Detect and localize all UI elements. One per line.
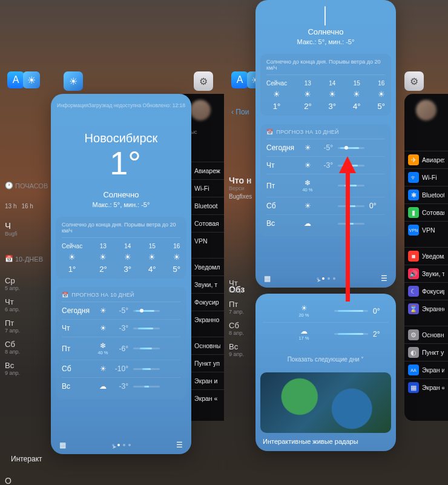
back-label[interactable]: ‹ Пои [231,108,249,116]
day-row[interactable]: Чт-3° [62,320,180,337]
weather-icon-small[interactable]: ☀ [23,71,40,88]
hour-col: 132° [304,80,311,111]
settings-row-label: Звуки, т [194,281,217,288]
settings-row-label: Экранно [422,305,444,312]
settings-row-icon: ✱ [408,190,419,200]
list-icon[interactable] [176,441,183,449]
settings-row[interactable]: ✱Bluetoot [404,186,448,203]
settings-row[interactable]: AAЭкран и [404,361,448,378]
condition-text: Солнечно [51,190,191,199]
hour-col: 143° [329,80,336,111]
settings-row-label: Экран и [194,377,217,384]
day-row[interactable]: Вс [266,215,385,232]
hour-col: 143° [124,243,131,274]
day-row[interactable]: Пт40 % [266,174,385,197]
settings-row-label: Bluetoot [422,191,444,199]
page-dots[interactable]: ➤ [112,444,131,446]
bg-day: Ср5 апр. [5,276,47,291]
hour-col: 165° [378,80,385,111]
weather-card-scrolled[interactable]: │ Солнечно Макс.: 5°, мин.: -5° Солнечно… [255,0,396,288]
settings-row-label: Пункт уп [194,360,220,367]
settings-icon[interactable]: ⚙ [194,71,213,91]
settings-row-icon: ⚙ [408,329,419,340]
settings-row[interactable]: 🔊Звуки, т [404,265,448,282]
settings-row[interactable]: ■Уведомл [404,247,448,265]
day-row[interactable]: Сб0° [266,197,385,215]
day-row[interactable]: Пт40 %-6° [62,337,180,360]
settings-row-label: Авиареж [422,156,444,163]
calendar-icon [266,129,273,135]
weather-icon[interactable]: ☀ [64,71,83,91]
hour-col: Сейчас1° [266,80,287,111]
settings-row-label: Фокусир [422,288,444,295]
hour-col: Сейчас1° [62,243,82,274]
bg-day: Сб8 апр. [5,340,47,355]
settings-row-icon: AA [408,365,419,375]
settings-row[interactable]: ⌛Экранно [404,300,448,317]
settings-row-label: Звуки, т [422,270,444,277]
settings-row-label: VPN [422,226,435,234]
avatar [190,100,211,120]
settings-row-label: Сотовая [422,209,444,216]
map-icon[interactable] [59,441,66,449]
weather-card-bottom[interactable]: 20 %0°17 %2° Показать следующие дни ˅ Ин… [255,294,396,451]
show-more-days[interactable]: Показать следующие дни ˅ [255,351,396,368]
tenday-panel[interactable]: ПРОГНОЗ НА 10 ДНЕЙ Сегодня-5°Чт-3°Пт40 %… [56,287,186,400]
settings-row-icon: ✈ [408,154,419,165]
hour-col: 132° [99,243,107,274]
settings-row[interactable]: ☾Фокусир [404,282,448,300]
settings-row-label: Экран « [422,384,444,391]
list-icon[interactable] [381,274,387,283]
appstore-icon[interactable]: A [7,71,24,88]
settings-row[interactable]: ⚙Основны [404,326,448,343]
hilo-text: Макс.: 5°, мин.: -5° [255,38,396,45]
city-name: Новосибирск [51,131,191,145]
settings-icon[interactable]: ⚙ [404,71,424,91]
hourly-desc: Солнечно до конца дня. Порывы ветра до 2… [62,222,180,238]
appstore-icon[interactable]: A [231,71,248,88]
settings-row-label: Уведомл [422,252,444,260]
settings-row-icon: 🔊 [408,268,419,279]
current-temp: 1° [51,147,191,179]
hourly-panel[interactable]: Солнечно до конца дня. Порывы ветра до 2… [260,54,391,116]
screenshot-right: A ☀ ⚙ ‹ Пои Что н Верси Bugfixes Обз ✈Ав… [224,0,448,485]
hour-col: 165° [173,243,180,274]
settings-row-label: Экран и [422,366,444,374]
settings-row[interactable]: ✈Авиареж [404,151,448,168]
hourly-desc: Солнечно до конца дня. Порывы ветра до 2… [266,59,385,75]
bg-day: Пт7 апр. [5,318,47,334]
settings-row[interactable]: ᯤWi-Fi [404,168,448,186]
weather-card[interactable]: ИнформацияЗагрузкад недоступна Обновлено… [51,94,191,454]
day-row[interactable]: Сегодня-5° [266,139,385,157]
settings-app-card[interactable]: ✈АвиарежᯤWi-Fi✱Bluetoot▮СотоваяVPNVPN■Ув… [404,94,448,421]
app-switcher-row: A ☀ ☀ Погода ⚙ [0,71,224,93]
radar-preview[interactable] [260,372,391,433]
settings-row-label: VPN [194,237,208,245]
tenday-panel[interactable]: ПРОГНОЗ НА 10 ДНЕЙ Сегодня-5°Чт-3°Пт40 %… [260,124,391,237]
day-row[interactable]: Вс-3° [62,378,180,395]
day-row[interactable]: Сегодня-5° [62,302,180,320]
bg-hourly-col: ПОЧАСОВ 13 h16 h Ч Bugfi 10-ДНЕВ Ср5 апр… [5,182,47,485]
day-row[interactable]: Чт-3° [266,157,385,174]
settings-row-icon: VPN [408,225,419,236]
day-row[interactable]: Сб-10° [62,360,180,378]
settings-row[interactable]: ▮Сотовая [404,203,448,221]
bg-day: Чт6 апр. [5,297,47,312]
page-dots[interactable]: ➤ [317,277,335,280]
settings-row-label: Пункт уп [422,349,444,356]
settings-row-label: Уведомл [194,263,220,271]
settings-row-label: Основны [422,331,444,338]
settings-row-label: Сотовая [194,220,219,227]
hourly-panel[interactable]: Солнечно до конца дня. Порывы ветра до 2… [56,217,186,279]
settings-row[interactable]: ◐Пункт уп [404,343,448,361]
settings-row[interactable]: VPNVPN [404,221,448,239]
settings-row-icon: ▮ [408,207,419,218]
settings-row[interactable]: ▦Экран « [404,378,448,396]
settings-row-label: Основны [194,342,220,349]
settings-row-icon: ⌛ [408,303,419,314]
settings-row-label: Экранно [194,316,219,323]
condition-text: Солнечно [255,27,396,36]
hour-col: 154° [148,243,156,274]
calendar-icon [62,292,68,298]
settings-row-label: Bluetoot [194,202,218,210]
